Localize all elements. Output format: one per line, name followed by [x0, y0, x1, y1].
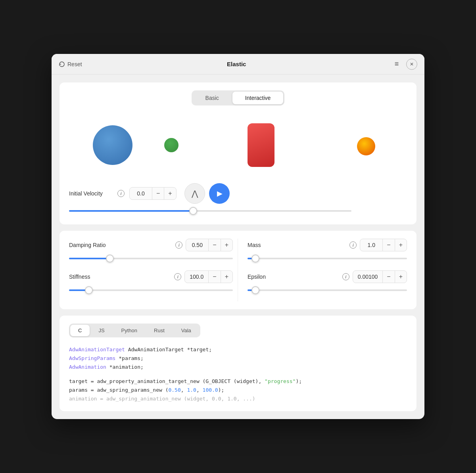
damping-label: Damping Ratio: [69, 242, 172, 248]
reset-button[interactable]: Reset: [59, 61, 82, 67]
damping-track: [69, 258, 233, 259]
stiffness-info-icon[interactable]: i: [174, 273, 181, 280]
velocity-decrement[interactable]: −: [152, 188, 164, 199]
damping-number-control: 0.50 − +: [186, 239, 233, 251]
velocity-number-control: 0.0 − +: [129, 187, 177, 200]
menu-icon: ≡: [395, 60, 399, 68]
code-tabs: C JS Python Rust Vala: [69, 324, 200, 337]
code-tab-js[interactable]: JS: [90, 325, 112, 336]
stiffness-value: 100.0: [185, 271, 208, 282]
titlebar: Reset Elastic ≡ ✕: [52, 54, 424, 75]
stiffness-increment[interactable]: +: [221, 271, 232, 283]
damping-header: Damping Ratio i 0.50 − +: [69, 239, 233, 251]
close-button[interactable]: ✕: [406, 59, 417, 70]
window-title: Elastic: [227, 61, 246, 67]
mass-row: Mass i 1.0 − +: [248, 239, 407, 262]
stiffness-decrement[interactable]: −: [208, 271, 220, 283]
main-window: Reset Elastic ≡ ✕ Basic Interactive: [52, 54, 424, 419]
code-line-5: target = adw_property_animation_target_n…: [69, 377, 407, 386]
velocity-slider[interactable]: [69, 207, 351, 215]
stiffness-row: Stiffness i 100.0 − +: [69, 270, 233, 294]
titlebar-actions: ≡ ✕: [391, 59, 417, 70]
damping-ratio-row: Damping Ratio i 0.50 − +: [69, 239, 233, 262]
stiffness-thumb[interactable]: [85, 286, 93, 294]
code-line-1: AdwAnimationTarget AdwAnimationTarget *t…: [69, 345, 407, 354]
code-block: AdwAnimationTarget AdwAnimationTarget *t…: [69, 345, 407, 403]
damping-slider[interactable]: [69, 255, 233, 262]
mass-thumb[interactable]: [251, 255, 259, 262]
mass-slider[interactable]: [248, 255, 407, 262]
close-icon: ✕: [410, 61, 414, 67]
epsilon-increment[interactable]: +: [395, 271, 407, 283]
stiffness-slider[interactable]: [69, 286, 233, 294]
damping-info-icon[interactable]: i: [175, 241, 182, 249]
epsilon-info-icon[interactable]: i: [342, 273, 349, 280]
damping-decrement[interactable]: −: [208, 239, 220, 251]
menu-button[interactable]: ≡: [391, 59, 402, 70]
code-line-6: params = adw_spring_params_new (0.50, 1.…: [69, 386, 407, 394]
velocity-fill: [69, 210, 193, 212]
rect-red: [248, 123, 274, 167]
epsilon-decrement[interactable]: −: [382, 271, 394, 283]
params-right-col: Mass i 1.0 − +: [238, 239, 407, 301]
code-empty-line: [69, 372, 407, 377]
ball-green: [164, 138, 178, 152]
reset-icon: [59, 61, 65, 67]
stiffness-label: Stiffness: [69, 274, 171, 280]
play-icon: ▶: [217, 189, 223, 198]
velocity-info-icon[interactable]: i: [117, 190, 125, 197]
play-button[interactable]: ▶: [209, 183, 230, 204]
mass-track: [248, 258, 407, 259]
params-card: Damping Ratio i 0.50 − +: [60, 231, 416, 309]
mass-info-icon[interactable]: i: [349, 241, 357, 249]
code-line-3: AdwAnimation *animation;: [69, 363, 407, 372]
code-tab-vala[interactable]: Vala: [173, 325, 199, 336]
stiffness-number-control: 100.0 − +: [184, 270, 233, 283]
view-tabs: Basic Interactive: [69, 90, 407, 105]
velocity-increment[interactable]: +: [164, 188, 176, 199]
epsilon-value: 0.00100: [353, 271, 383, 282]
animation-area: [69, 113, 407, 177]
wave-button[interactable]: ⋀: [184, 183, 205, 204]
epsilon-header: Epsilon i 0.00100 − +: [248, 270, 407, 283]
code-line-2: AdwSpringParams *params;: [69, 354, 407, 363]
damping-thumb[interactable]: [106, 255, 114, 262]
velocity-slider-row: [69, 204, 407, 215]
code-line-7: animation = adw_spring_animation_new (wi…: [69, 394, 407, 403]
code-tab-python[interactable]: Python: [113, 325, 145, 336]
mass-increment[interactable]: +: [395, 239, 407, 251]
params-grid: Damping Ratio i 0.50 − +: [69, 239, 407, 301]
epsilon-track: [248, 289, 407, 291]
velocity-control: Initial Velocity i 0.0 − + ⋀ ▶: [69, 183, 407, 204]
ball-blue: [93, 125, 132, 165]
playback-buttons: ⋀ ▶: [184, 183, 230, 204]
tab-interactive[interactable]: Interactive: [232, 92, 284, 104]
tab-container: Basic Interactive: [192, 90, 285, 105]
mass-value: 1.0: [360, 239, 382, 251]
epsilon-label: Epsilon: [248, 274, 339, 280]
params-left-col: Damping Ratio i 0.50 − +: [69, 239, 238, 301]
mass-label: Mass: [248, 242, 346, 248]
ball-yellow: [357, 137, 375, 155]
damping-increment[interactable]: +: [221, 239, 232, 251]
velocity-value: 0.0: [130, 188, 152, 199]
velocity-label: Initial Velocity: [69, 190, 113, 197]
epsilon-row: Epsilon i 0.00100 − +: [248, 270, 407, 294]
stiffness-header: Stiffness i 100.0 − +: [69, 270, 233, 283]
code-tab-c[interactable]: C: [70, 325, 90, 336]
stiffness-track: [69, 289, 233, 291]
tab-basic[interactable]: Basic: [193, 92, 232, 104]
damping-value: 0.50: [186, 239, 208, 251]
code-card: C JS Python Rust Vala AdwAnimationTarget…: [60, 316, 416, 411]
code-tab-rust[interactable]: Rust: [146, 325, 173, 336]
mass-header: Mass i 1.0 − +: [248, 239, 407, 251]
mass-decrement[interactable]: −: [382, 239, 394, 251]
wave-icon: ⋀: [192, 189, 198, 198]
epsilon-thumb[interactable]: [251, 286, 259, 294]
epsilon-slider[interactable]: [248, 286, 407, 294]
mass-number-control: 1.0 − +: [360, 239, 407, 251]
reset-label: Reset: [67, 61, 82, 67]
preview-card: Basic Interactive Initial Velocity i 0.0: [60, 82, 416, 224]
velocity-track: [69, 210, 351, 212]
velocity-thumb[interactable]: [189, 207, 197, 215]
